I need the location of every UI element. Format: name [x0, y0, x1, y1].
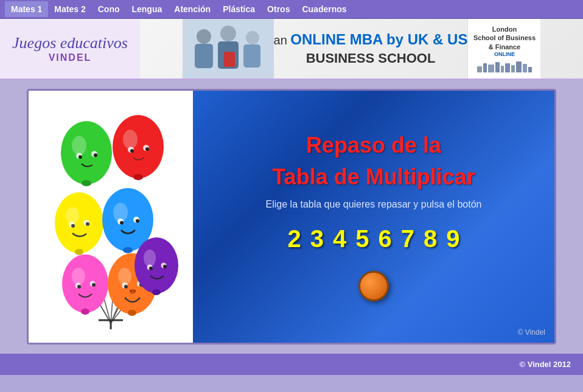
balloons-image — [38, 104, 184, 329]
nav-item-lengua[interactable]: Lengua — [125, 1, 168, 17]
nav-item-mates1[interactable]: Mates 1 — [5, 1, 48, 17]
svg-point-61 — [118, 268, 131, 285]
svg-point-32 — [113, 115, 164, 178]
svg-point-39 — [55, 192, 103, 253]
number-btn-8[interactable]: 8 — [424, 225, 437, 253]
number-btn-7[interactable]: 7 — [401, 225, 414, 253]
nav-item-plastica[interactable]: Plástica — [217, 1, 261, 17]
svg-point-5 — [246, 31, 259, 44]
svg-point-36 — [130, 149, 134, 153]
number-btn-5[interactable]: 5 — [355, 225, 369, 253]
svg-rect-13 — [505, 63, 510, 72]
top-navigation: Mates 1 Mates 2 Cono Lengua Atención Plá… — [0, 0, 583, 19]
svg-point-44 — [86, 222, 89, 226]
svg-point-29 — [79, 155, 82, 159]
game-title-line1: Repaso de la — [306, 133, 441, 158]
nav-item-mates2[interactable]: Mates 2 — [48, 1, 91, 17]
svg-point-45 — [75, 249, 83, 255]
footer: © Vindel 2012 — [0, 354, 583, 375]
ad-highlight: ONLINE MBA by UK & US — [290, 31, 467, 47]
svg-point-30 — [94, 153, 97, 157]
school-sub: ONLINE — [494, 51, 515, 57]
svg-point-43 — [71, 224, 75, 228]
svg-point-38 — [133, 174, 143, 180]
svg-point-53 — [62, 254, 108, 313]
go-button[interactable] — [358, 271, 389, 301]
svg-point-57 — [77, 285, 81, 289]
nav-item-atencion[interactable]: Atención — [168, 1, 217, 17]
logo-area: Juegos educativos VINDEL — [0, 19, 140, 79]
logo-sub: VINDEL — [49, 52, 92, 63]
svg-rect-16 — [523, 64, 527, 72]
number-btn-4[interactable]: 4 — [333, 225, 346, 253]
ad-photo — [183, 19, 274, 79]
nav-item-cono[interactable]: Cono — [92, 1, 126, 17]
svg-point-69 — [128, 310, 136, 316]
svg-point-40 — [66, 207, 79, 224]
svg-point-64 — [124, 285, 128, 289]
svg-point-54 — [72, 268, 85, 285]
svg-rect-17 — [528, 67, 532, 72]
svg-point-3 — [220, 26, 236, 41]
ad-line1: an ONLINE MBA by UK & US — [274, 31, 468, 48]
skyline-icon — [474, 57, 535, 72]
svg-rect-6 — [243, 44, 260, 68]
footer-copyright: © Vindel 2012 — [520, 360, 571, 369]
svg-point-51 — [136, 219, 139, 223]
svg-point-33 — [123, 130, 138, 149]
svg-point-76 — [152, 289, 161, 295]
svg-point-58 — [92, 283, 96, 287]
logo-text: Juegos educativos — [12, 34, 128, 52]
school-name: LondonSchool of Business& Finance — [473, 25, 536, 51]
svg-point-26 — [72, 136, 86, 155]
ad-line2: BUSINESS SCHOOL — [274, 51, 468, 66]
svg-point-71 — [144, 250, 156, 267]
svg-point-37 — [145, 147, 149, 151]
svg-point-68 — [133, 290, 136, 292]
game-subtitle: Elige la tabla que quieres repasar y pul… — [266, 199, 482, 210]
svg-point-52 — [123, 247, 133, 253]
svg-rect-10 — [488, 65, 494, 72]
header: Juegos educativos VINDEL — [0, 19, 583, 80]
number-btn-9[interactable]: 9 — [446, 225, 459, 253]
svg-point-1 — [197, 29, 211, 44]
svg-rect-2 — [195, 44, 213, 68]
svg-point-59 — [81, 309, 89, 315]
svg-point-67 — [130, 290, 132, 292]
svg-point-70 — [134, 237, 178, 293]
svg-rect-15 — [516, 61, 522, 72]
nav-item-cuadernos[interactable]: Cuadernos — [296, 1, 352, 17]
svg-point-31 — [82, 180, 91, 186]
game-container: Repaso de la Tabla de Multiplicar Elige … — [27, 89, 556, 345]
numbers-row: 2 3 4 5 6 7 8 9 — [288, 225, 460, 253]
svg-rect-7 — [224, 52, 235, 67]
game-copyright: © Vindel — [518, 328, 545, 337]
svg-rect-9 — [483, 63, 487, 72]
ad-logo-area: LondonSchool of Business& Finance ONLINE — [467, 19, 540, 79]
game-title-line2: Tabla de Multiplicar — [272, 164, 475, 190]
svg-rect-11 — [495, 62, 500, 72]
ad-banner[interactable]: an ONLINE MBA by UK & US BUSINESS SCHOOL… — [140, 19, 583, 79]
svg-rect-8 — [477, 66, 482, 72]
svg-point-25 — [61, 121, 112, 184]
svg-point-74 — [149, 267, 153, 270]
ad-content: an ONLINE MBA by UK & US BUSINESS SCHOOL — [274, 31, 468, 66]
game-panel: Repaso de la Tabla de Multiplicar Elige … — [193, 91, 554, 343]
balloons-panel — [29, 91, 193, 343]
main-content: Repaso de la Tabla de Multiplicar Elige … — [0, 80, 583, 354]
number-btn-3[interactable]: 3 — [310, 225, 324, 253]
nav-item-otros[interactable]: Otros — [261, 1, 296, 17]
number-btn-2[interactable]: 2 — [288, 225, 301, 253]
svg-rect-12 — [501, 66, 504, 72]
svg-point-75 — [163, 265, 167, 268]
svg-point-50 — [120, 221, 124, 225]
number-btn-6[interactable]: 6 — [379, 225, 392, 253]
ad-pre: an — [274, 33, 291, 47]
svg-rect-14 — [511, 65, 515, 72]
